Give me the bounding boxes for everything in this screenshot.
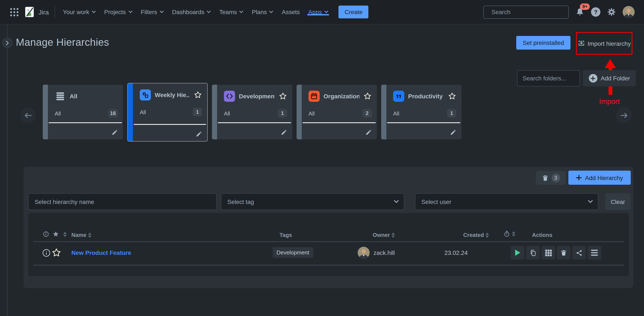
expand-sidebar-button[interactable]	[2, 38, 12, 48]
import-icon	[578, 40, 585, 47]
brand-name[interactable]: Jira	[38, 8, 49, 16]
created-date: 23.02.24	[444, 249, 468, 256]
nav-item-filters[interactable]: Filters	[136, 9, 168, 16]
info-column-icon	[43, 231, 49, 237]
copy-icon	[529, 249, 536, 256]
carousel-prev-button[interactable]	[20, 107, 36, 123]
nav-item-plans[interactable]: Plans	[248, 9, 278, 16]
nav-right-cluster: 9+ ?	[483, 0, 634, 24]
edit-folder-button[interactable]	[365, 129, 372, 136]
tag-chip: Development	[273, 247, 313, 258]
owner-avatar	[358, 247, 370, 259]
folder-divider	[49, 122, 122, 123]
name-sort-control[interactable]	[88, 232, 92, 237]
star-icon[interactable]	[448, 92, 456, 101]
timer-sort-control[interactable]	[512, 231, 515, 236]
carousel-next-button[interactable]	[616, 107, 632, 123]
import-hierarchy-button[interactable]: Import hierarchy	[578, 40, 631, 47]
folder-divider	[302, 122, 376, 123]
pencil-icon	[112, 129, 118, 136]
edit-folder-button[interactable]	[450, 129, 456, 136]
owner-sort-control[interactable]	[392, 232, 395, 237]
notifications-button[interactable]: 9+	[575, 7, 584, 17]
search-input[interactable]	[492, 9, 569, 16]
edit-folder-button[interactable]	[281, 129, 287, 136]
folder-search-input[interactable]	[517, 70, 580, 86]
nav-item-assets[interactable]: Assets	[278, 9, 304, 16]
run-hierarchy-button[interactable]	[511, 246, 524, 259]
folder-card-development[interactable]: Development All 1	[212, 85, 292, 139]
clear-filters-button[interactable]: Clear	[605, 193, 631, 210]
plus-icon	[576, 175, 582, 180]
row-star-button[interactable]	[51, 248, 62, 258]
folder-scope: All	[55, 110, 108, 117]
created-sort-control[interactable]	[486, 232, 489, 237]
folder-card-all[interactable]: All All 16	[43, 85, 123, 139]
folder-count-badge: 1	[447, 109, 456, 118]
nav-item-apps[interactable]: Apps	[304, 9, 333, 16]
jira-logo-broken-image-icon[interactable]	[24, 7, 35, 18]
folder-count-badge: 2	[362, 109, 372, 118]
hierarchy-name-filter[interactable]	[28, 193, 217, 210]
table-row-divider	[33, 265, 624, 265]
nav-divider	[55, 6, 55, 18]
table-view-button[interactable]	[542, 246, 555, 259]
stack-icon	[55, 91, 66, 102]
chevron-down-icon	[240, 11, 243, 13]
top-nav: Jira Your work Projects Filters Dashboar…	[0, 0, 644, 24]
nav-item-your-work[interactable]: Your work	[58, 9, 100, 16]
row-menu-button[interactable]	[588, 246, 601, 259]
edit-folder-button[interactable]	[112, 129, 118, 136]
set-preinstalled-button[interactable]: Set preinstalled	[516, 36, 570, 50]
share-hierarchy-button[interactable]	[572, 246, 586, 259]
user-filter-select[interactable]: Select user	[415, 193, 598, 210]
chevron-down-icon	[160, 11, 164, 13]
help-button[interactable]: ?	[591, 7, 600, 17]
folder-card-weekly[interactable]: Weekly Hie... All 1	[127, 83, 208, 142]
star-icon[interactable]	[363, 92, 372, 101]
folder-divider	[134, 124, 206, 125]
add-hierarchy-button[interactable]: Add Hierarchy	[568, 171, 631, 185]
page-title: Manage Hierarchies	[16, 36, 109, 48]
hierarchies-panel: 3 Add Hierarchy Select tag Select user C…	[24, 167, 633, 288]
folder-count-badge: 1	[193, 108, 202, 116]
nav-item-dashboards[interactable]: Dashboards	[168, 9, 215, 16]
folder-card-productivity[interactable]: ” Productivity All 1	[381, 85, 462, 139]
favorite-sort-control[interactable]	[63, 232, 67, 237]
tag-filter-select[interactable]: Select tag	[221, 193, 404, 210]
app-switcher-button[interactable]	[7, 5, 21, 19]
folder-divider	[387, 122, 460, 123]
calendar-icon	[308, 91, 320, 102]
folder-count-badge: 16	[108, 109, 118, 118]
board-icon	[140, 89, 151, 101]
grid-icon	[10, 8, 18, 16]
nav-item-teams[interactable]: Teams	[215, 9, 248, 16]
duplicate-hierarchy-button[interactable]	[526, 246, 540, 259]
folder-card-organization[interactable]: Organization All 2	[296, 85, 377, 139]
table-header-divider	[33, 241, 624, 242]
hierarchy-name-input[interactable]	[34, 198, 210, 205]
folder-accent-strip	[381, 85, 386, 139]
star-icon[interactable]	[279, 92, 287, 101]
menu-icon	[591, 250, 598, 256]
user-avatar[interactable]	[623, 6, 634, 18]
nav-item-projects[interactable]: Projects	[100, 9, 136, 16]
create-button[interactable]: Create	[339, 6, 368, 18]
global-search[interactable]	[483, 5, 569, 19]
delete-hierarchy-button[interactable]	[557, 246, 570, 259]
add-folder-button[interactable]: Add Folder	[583, 70, 636, 86]
plus-circle-icon	[589, 74, 598, 83]
folder-accent-strip-selected	[128, 83, 133, 141]
folder-scope: All	[224, 110, 278, 117]
edit-folder-button[interactable]	[196, 131, 202, 137]
favorite-column-icon	[52, 230, 60, 238]
star-icon[interactable]	[194, 91, 202, 99]
bulk-delete-button[interactable]: 3	[536, 171, 566, 185]
hierarchy-name-link[interactable]: New Product Feature	[71, 249, 131, 256]
settings-button[interactable]	[607, 7, 616, 17]
question-mark-icon: ?	[591, 7, 600, 17]
column-header-owner: Owner	[373, 232, 390, 238]
left-rail-divider	[7, 24, 8, 316]
row-info-button[interactable]	[42, 248, 51, 257]
avatar-photo	[623, 6, 634, 18]
